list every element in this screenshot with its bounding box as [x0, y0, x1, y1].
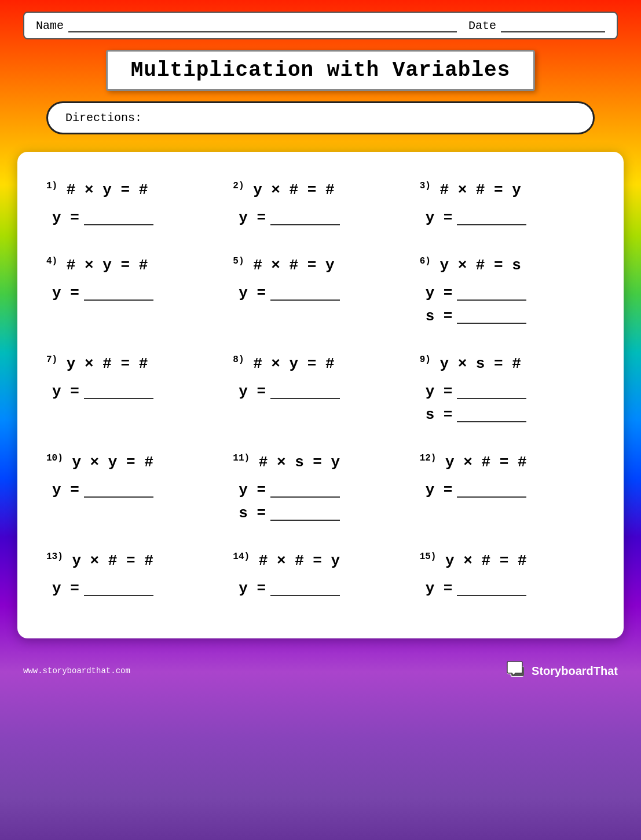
problem-equation-8: 8) # × y = #: [233, 355, 408, 372]
problem-equation-2: 2) y × # = #: [233, 181, 408, 199]
answer-row-8-y: y =: [233, 383, 408, 400]
page-wrapper: Name Date Multiplication with Variables …: [0, 0, 641, 840]
answer-row-15-y: y =: [420, 580, 595, 597]
answer-line-5-y[interactable]: [270, 286, 340, 301]
problem-equation-1: 1) # × y = #: [46, 181, 221, 199]
worksheet-title: Multiplication with Variables: [106, 50, 536, 91]
answer-row-4-y: y =: [46, 284, 221, 302]
answer-line-6-s[interactable]: [457, 309, 526, 324]
problem-equation-4: 4) # × y = #: [46, 256, 221, 274]
problem-equation-9: 9) y × s = #: [420, 355, 595, 372]
answer-line-13-y[interactable]: [84, 581, 153, 596]
answer-line-11-y[interactable]: [270, 483, 340, 498]
date-line: [501, 19, 605, 32]
directions-box: Directions:: [46, 101, 595, 134]
answer-row-11-y: y =: [233, 481, 408, 499]
answer-row-14-y: y =: [233, 580, 408, 597]
problem-equation-15: 15) y × # = #: [420, 552, 595, 569]
problem-cell-6: 6) y × # = s y = s =: [414, 244, 600, 343]
problem-cell-5: 5) # × # = y y =: [227, 244, 413, 343]
answer-line-12-y[interactable]: [457, 483, 526, 498]
answer-line-2-y[interactable]: [270, 210, 340, 225]
answer-row-6-s: s =: [420, 308, 595, 325]
main-card: 1) # × y = # y = 2) y × # = # y = 3): [17, 152, 624, 638]
problem-cell-13: 13) y × # = # y =: [41, 540, 227, 615]
problem-cell-3: 3) # × # = y y =: [414, 169, 600, 244]
problem-cell-8: 8) # × y = # y =: [227, 343, 413, 441]
name-date-row: Name Date: [23, 12, 618, 39]
problem-equation-7: 7) y × # = #: [46, 355, 221, 372]
problem-equation-3: 3) # × # = y: [420, 181, 595, 199]
problem-equation-6: 6) y × # = s: [420, 256, 595, 274]
answer-line-4-y[interactable]: [84, 286, 153, 301]
answer-row-13-y: y =: [46, 580, 221, 597]
answer-line-1-y[interactable]: [84, 210, 153, 225]
problem-cell-4: 4) # × y = # y =: [41, 244, 227, 343]
footer-brand: StoryboardThat: [506, 660, 618, 681]
problem-cell-2: 2) y × # = # y =: [227, 169, 413, 244]
answer-row-7-y: y =: [46, 383, 221, 400]
answer-line-3-y[interactable]: [457, 210, 526, 225]
answer-line-11-s[interactable]: [270, 506, 340, 521]
answer-row-9-y: y =: [420, 383, 595, 400]
footer: www.storyboardthat.com StoryboardThat: [0, 656, 641, 686]
date-label: Date: [468, 19, 496, 32]
answer-row-1-y: y =: [46, 209, 221, 227]
answer-line-6-y[interactable]: [457, 286, 526, 301]
problems-grid: 1) # × y = # y = 2) y × # = # y = 3): [41, 169, 600, 615]
problem-cell-14: 14) # × # = y y =: [227, 540, 413, 615]
problem-equation-5: 5) # × # = y: [233, 256, 408, 274]
answer-row-2-y: y =: [233, 209, 408, 227]
problem-cell-7: 7) y × # = # y =: [41, 343, 227, 441]
problem-cell-9: 9) y × s = # y = s =: [414, 343, 600, 441]
footer-url: www.storyboardthat.com: [23, 666, 130, 675]
header-section: Name Date Multiplication with Variables …: [0, 0, 641, 152]
answer-line-8-y[interactable]: [270, 384, 340, 399]
storyboardthat-icon: [506, 660, 527, 681]
answer-line-7-y[interactable]: [84, 384, 153, 399]
answer-row-9-s: s =: [420, 406, 595, 423]
answer-row-10-y: y =: [46, 481, 221, 499]
problem-cell-15: 15) y × # = # y =: [414, 540, 600, 615]
answer-line-9-s[interactable]: [457, 407, 526, 422]
answer-row-6-y: y =: [420, 284, 595, 302]
answer-line-10-y[interactable]: [84, 483, 153, 498]
problem-cell-12: 12) y × # = # y =: [414, 441, 600, 540]
answer-row-11-s: s =: [233, 505, 408, 522]
answer-line-9-y[interactable]: [457, 384, 526, 399]
problem-equation-12: 12) y × # = #: [420, 453, 595, 471]
brand-name: StoryboardThat: [532, 664, 618, 678]
answer-row-5-y: y =: [233, 284, 408, 302]
problem-equation-10: 10) y × y = #: [46, 453, 221, 471]
answer-row-12-y: y =: [420, 481, 595, 499]
answer-row-3-y: y =: [420, 209, 595, 227]
title-box: Multiplication with Variables: [23, 50, 618, 91]
answer-line-15-y[interactable]: [457, 581, 526, 596]
problem-cell-10: 10) y × y = # y =: [41, 441, 227, 540]
problem-cell-1: 1) # × y = # y =: [41, 169, 227, 244]
problem-equation-11: 11) # × s = y: [233, 453, 408, 471]
problem-equation-13: 13) y × # = #: [46, 552, 221, 569]
problem-cell-11: 11) # × s = y y = s =: [227, 441, 413, 540]
name-line: [68, 19, 457, 32]
problem-equation-14: 14) # × # = y: [233, 552, 408, 569]
name-label: Name: [36, 19, 64, 32]
directions-label: Directions:: [65, 111, 142, 125]
answer-line-14-y[interactable]: [270, 581, 340, 596]
